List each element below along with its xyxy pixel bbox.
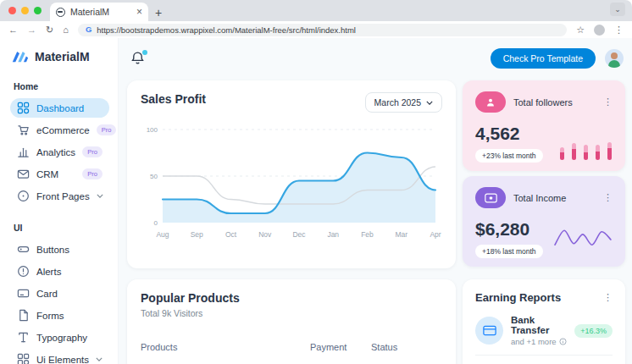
income-menu-icon[interactable]: ⋮: [603, 193, 613, 202]
sales-profit-card: Sales Profit March 2025 050100AugSepOctN…: [127, 80, 456, 268]
new-tab-button[interactable]: +: [155, 7, 162, 19]
sidebar-item-label: Front Pages: [36, 191, 90, 201]
income-title: Total Income: [513, 193, 566, 203]
sidebar-item-label: eCommerce: [36, 125, 90, 135]
check-pro-template-button[interactable]: Check Pro Template: [491, 48, 596, 69]
sidebar-item-label: Analytics: [36, 147, 75, 157]
typography-icon: [17, 331, 30, 344]
tab-search-chevron-icon[interactable]: ⌄: [610, 3, 625, 16]
column-header-payment: Payment: [310, 342, 371, 352]
home-icon[interactable]: ⌂: [63, 25, 69, 35]
mail-icon: [17, 168, 30, 180]
svg-text:Jan: Jan: [327, 230, 339, 239]
url-bar: ← → ↻ ⌂ G https://bootstrapdemos.wrappix…: [0, 21, 632, 38]
info-icon: [559, 338, 567, 345]
popular-products-title: Popular Products: [141, 291, 442, 305]
chart-bar-icon: [17, 146, 30, 158]
tab-close-icon[interactable]: ×: [136, 7, 142, 17]
google-icon: G: [86, 25, 91, 34]
sidebar-item-buttons[interactable]: Buttons: [10, 240, 109, 259]
sidebar-item-alerts[interactable]: Alerts: [10, 262, 109, 281]
tab-title: MaterialM: [70, 7, 131, 17]
sidebar-item-label: Typography: [36, 333, 87, 343]
period-select[interactable]: March 2025: [365, 92, 442, 113]
minimize-window-button[interactable]: [21, 7, 29, 14]
sidebar-item-card[interactable]: Card: [10, 284, 109, 303]
svg-text:Feb: Feb: [361, 230, 374, 239]
chevron-down-icon: [97, 194, 103, 198]
notifications-bell-icon[interactable]: [130, 51, 146, 66]
ui-elements-icon: [17, 353, 30, 364]
brand-name: MaterialM: [35, 50, 90, 63]
earnings-menu-icon[interactable]: ⋮: [603, 293, 613, 302]
sidebar-item-dashboard[interactable]: Dashboard: [10, 98, 109, 118]
earning-item-subtitle: and +1 more: [511, 337, 557, 346]
form-icon: [17, 309, 30, 322]
app-window-icon: [17, 190, 30, 202]
bank-transfer-icon: [475, 317, 503, 345]
income-wallet-icon: [475, 187, 506, 208]
svg-text:0: 0: [154, 219, 158, 227]
income-sparkline: [552, 221, 614, 255]
sales-profit-chart: 050100AugSepOctNovDecJanFebMarApr: [141, 119, 442, 245]
dashboard-content: Sales Profit March 2025 050100AugSepOctN…: [119, 79, 632, 364]
forward-icon[interactable]: →: [27, 25, 36, 35]
sales-profit-title: Sales Profit: [141, 92, 206, 106]
column-header-status: Status: [371, 342, 442, 352]
pro-badge: Pro: [82, 146, 103, 157]
products-table-header: Products Payment Status: [141, 342, 442, 352]
svg-text:Sep: Sep: [191, 230, 203, 239]
sidebar-item-forms[interactable]: Forms: [10, 306, 109, 325]
sidebar: MaterialM Home Dashboard eCommerce Pro A…: [0, 38, 119, 364]
income-badge: +18% last month: [475, 245, 543, 258]
total-followers-card: Total followers ⋮ 4,562 +23% last month: [463, 80, 625, 171]
earning-reports-card: Earning Reports ⋮ Bank Transfer and +1 m…: [463, 279, 625, 364]
svg-text:Dec: Dec: [292, 230, 306, 239]
popular-products-card: Popular Products Total 9k Visitors Produ…: [127, 279, 456, 364]
notification-dot: [142, 50, 147, 55]
back-icon[interactable]: ←: [8, 25, 18, 35]
button-icon: [17, 243, 30, 256]
earning-reports-title: Earning Reports: [475, 291, 561, 304]
bookmark-star-icon[interactable]: ☆: [576, 25, 585, 35]
user-avatar[interactable]: [605, 49, 624, 68]
sidebar-item-ui-elements[interactable]: Ui Elements: [10, 350, 109, 364]
card-icon: [17, 287, 30, 300]
sidebar-item-crm[interactable]: CRM Pro: [10, 164, 109, 184]
address-input[interactable]: G https://bootstrapdemos.wrappixel.com/M…: [78, 24, 567, 36]
followers-value: 4,562: [475, 124, 613, 144]
sidebar-item-analytics[interactable]: Analytics Pro: [10, 142, 109, 162]
sidebar-item-ecommerce[interactable]: eCommerce Pro: [10, 120, 109, 140]
sidebar-item-typography[interactable]: Typography: [10, 328, 109, 347]
section-label-ui: UI: [14, 223, 118, 233]
app-header: Check Pro Template: [119, 38, 632, 79]
svg-text:Aug: Aug: [156, 230, 169, 239]
followers-mini-bar-chart: [560, 142, 612, 160]
dashboard-icon: [17, 102, 30, 114]
zoom-window-button[interactable]: [34, 7, 42, 14]
tab-strip: MaterialM × + ⌄: [0, 0, 632, 21]
followers-menu-icon[interactable]: ⋮: [603, 97, 613, 107]
sidebar-item-label: Alerts: [36, 267, 61, 277]
sidebar-item-label: Ui Elements: [36, 355, 89, 364]
browser-menu-icon[interactable]: ⋮: [614, 25, 624, 35]
column-header-products: Products: [141, 342, 310, 352]
pro-badge: Pro: [82, 168, 103, 179]
browser-tab[interactable]: MaterialM ×: [50, 3, 148, 21]
close-window-button[interactable]: [8, 7, 16, 14]
brand[interactable]: MaterialM: [0, 38, 118, 64]
earning-item-title: Bank Transfer: [511, 315, 567, 335]
app-shell: MaterialM Home Dashboard eCommerce Pro A…: [0, 38, 632, 364]
sidebar-item-front-pages[interactable]: Front Pages: [10, 186, 109, 206]
sidebar-item-label: CRM: [36, 169, 58, 179]
section-label-home: Home: [14, 81, 118, 91]
sidebar-item-label: Forms: [36, 311, 64, 321]
earning-item-bank-transfer[interactable]: Bank Transfer and +1 more +16.3%: [475, 315, 613, 346]
alert-icon: [17, 265, 30, 278]
reload-icon[interactable]: ↻: [46, 25, 53, 35]
svg-text:100: 100: [147, 126, 158, 134]
svg-text:50: 50: [150, 173, 158, 180]
svg-text:Oct: Oct: [225, 230, 237, 239]
svg-text:Mar: Mar: [395, 230, 407, 239]
browser-profile-avatar[interactable]: [594, 25, 605, 36]
